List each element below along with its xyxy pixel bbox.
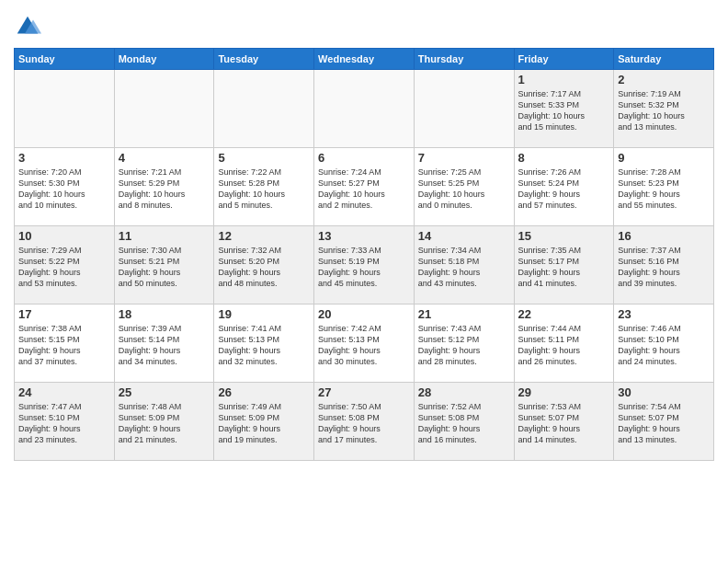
day-info: Sunrise: 7:54 AM Sunset: 5:07 PM Dayligh… xyxy=(618,401,710,446)
day-cell: 25Sunrise: 7:48 AM Sunset: 5:09 PM Dayli… xyxy=(114,383,214,461)
week-row-1: 3Sunrise: 7:20 AM Sunset: 5:30 PM Daylig… xyxy=(15,148,714,226)
day-info: Sunrise: 7:41 AM Sunset: 5:13 PM Dayligh… xyxy=(218,323,310,368)
day-info: Sunrise: 7:25 AM Sunset: 5:25 PM Dayligh… xyxy=(418,167,510,212)
weekday-header-sunday: Sunday xyxy=(15,49,115,70)
week-row-0: 1Sunrise: 7:17 AM Sunset: 5:33 PM Daylig… xyxy=(15,70,714,148)
day-number: 15 xyxy=(518,229,610,243)
day-info: Sunrise: 7:29 AM Sunset: 5:22 PM Dayligh… xyxy=(18,245,110,290)
day-info: Sunrise: 7:26 AM Sunset: 5:24 PM Dayligh… xyxy=(518,167,610,212)
day-info: Sunrise: 7:47 AM Sunset: 5:10 PM Dayligh… xyxy=(18,401,110,446)
day-cell: 9Sunrise: 7:28 AM Sunset: 5:23 PM Daylig… xyxy=(614,148,714,226)
day-number: 11 xyxy=(119,229,210,243)
day-info: Sunrise: 7:44 AM Sunset: 5:11 PM Dayligh… xyxy=(518,323,610,368)
day-cell: 13Sunrise: 7:33 AM Sunset: 5:19 PM Dayli… xyxy=(314,226,415,304)
day-number: 13 xyxy=(318,229,410,243)
day-number: 25 xyxy=(119,385,210,399)
day-number: 3 xyxy=(18,151,110,165)
day-cell: 3Sunrise: 7:20 AM Sunset: 5:30 PM Daylig… xyxy=(15,148,115,226)
day-number: 10 xyxy=(18,229,110,243)
day-cell: 26Sunrise: 7:49 AM Sunset: 5:09 PM Dayli… xyxy=(214,383,314,461)
day-info: Sunrise: 7:48 AM Sunset: 5:09 PM Dayligh… xyxy=(119,401,210,446)
day-cell: 28Sunrise: 7:52 AM Sunset: 5:08 PM Dayli… xyxy=(414,383,514,461)
weekday-header-monday: Monday xyxy=(114,49,214,70)
day-info: Sunrise: 7:39 AM Sunset: 5:14 PM Dayligh… xyxy=(119,323,210,368)
day-number: 26 xyxy=(218,385,310,399)
weekday-header-wednesday: Wednesday xyxy=(314,49,415,70)
header-area xyxy=(14,9,714,40)
day-cell: 5Sunrise: 7:22 AM Sunset: 5:28 PM Daylig… xyxy=(214,148,314,226)
weekday-header-friday: Friday xyxy=(514,49,614,70)
day-info: Sunrise: 7:28 AM Sunset: 5:23 PM Dayligh… xyxy=(618,167,710,212)
weekday-header-saturday: Saturday xyxy=(614,49,714,70)
day-info: Sunrise: 7:24 AM Sunset: 5:27 PM Dayligh… xyxy=(318,167,410,212)
day-info: Sunrise: 7:34 AM Sunset: 5:18 PM Dayligh… xyxy=(418,245,510,290)
day-number: 28 xyxy=(418,385,510,399)
day-cell: 19Sunrise: 7:41 AM Sunset: 5:13 PM Dayli… xyxy=(214,304,314,383)
day-number: 16 xyxy=(618,229,710,243)
day-number: 1 xyxy=(518,73,610,86)
day-cell: 1Sunrise: 7:17 AM Sunset: 5:33 PM Daylig… xyxy=(514,70,614,148)
day-cell: 15Sunrise: 7:35 AM Sunset: 5:17 PM Dayli… xyxy=(514,226,614,304)
day-cell: 2Sunrise: 7:19 AM Sunset: 5:32 PM Daylig… xyxy=(614,70,714,148)
day-info: Sunrise: 7:30 AM Sunset: 5:21 PM Dayligh… xyxy=(119,245,210,290)
day-cell xyxy=(214,70,314,148)
day-number: 2 xyxy=(618,73,710,86)
day-cell: 10Sunrise: 7:29 AM Sunset: 5:22 PM Dayli… xyxy=(15,226,115,304)
calendar-body: 1Sunrise: 7:17 AM Sunset: 5:33 PM Daylig… xyxy=(15,70,714,461)
day-number: 19 xyxy=(218,307,310,321)
logo xyxy=(14,13,45,40)
day-info: Sunrise: 7:35 AM Sunset: 5:17 PM Dayligh… xyxy=(518,245,610,290)
day-number: 18 xyxy=(119,307,210,321)
day-info: Sunrise: 7:50 AM Sunset: 5:08 PM Dayligh… xyxy=(318,401,410,446)
calendar-header: SundayMondayTuesdayWednesdayThursdayFrid… xyxy=(15,49,714,70)
day-cell: 11Sunrise: 7:30 AM Sunset: 5:21 PM Dayli… xyxy=(114,226,214,304)
day-cell xyxy=(314,70,415,148)
day-number: 22 xyxy=(518,307,610,321)
day-cell: 4Sunrise: 7:21 AM Sunset: 5:29 PM Daylig… xyxy=(114,148,214,226)
day-number: 14 xyxy=(418,229,510,243)
week-row-3: 17Sunrise: 7:38 AM Sunset: 5:15 PM Dayli… xyxy=(15,304,714,383)
day-number: 20 xyxy=(318,307,410,321)
day-cell: 17Sunrise: 7:38 AM Sunset: 5:15 PM Dayli… xyxy=(15,304,115,383)
day-info: Sunrise: 7:53 AM Sunset: 5:07 PM Dayligh… xyxy=(518,401,610,446)
day-cell xyxy=(114,70,214,148)
day-number: 8 xyxy=(518,151,610,165)
day-number: 5 xyxy=(218,151,310,165)
day-number: 9 xyxy=(618,151,710,165)
day-number: 12 xyxy=(218,229,310,243)
day-cell: 24Sunrise: 7:47 AM Sunset: 5:10 PM Dayli… xyxy=(15,383,115,461)
day-cell xyxy=(15,70,115,148)
day-cell: 18Sunrise: 7:39 AM Sunset: 5:14 PM Dayli… xyxy=(114,304,214,383)
day-number: 27 xyxy=(318,385,410,399)
week-row-4: 24Sunrise: 7:47 AM Sunset: 5:10 PM Dayli… xyxy=(15,383,714,461)
day-number: 30 xyxy=(618,385,710,399)
day-info: Sunrise: 7:22 AM Sunset: 5:28 PM Dayligh… xyxy=(218,167,310,212)
day-cell: 7Sunrise: 7:25 AM Sunset: 5:25 PM Daylig… xyxy=(414,148,514,226)
day-cell: 20Sunrise: 7:42 AM Sunset: 5:13 PM Dayli… xyxy=(314,304,415,383)
day-cell: 22Sunrise: 7:44 AM Sunset: 5:11 PM Dayli… xyxy=(514,304,614,383)
day-number: 21 xyxy=(418,307,510,321)
weekday-header-tuesday: Tuesday xyxy=(214,49,314,70)
day-info: Sunrise: 7:38 AM Sunset: 5:15 PM Dayligh… xyxy=(18,323,110,368)
day-info: Sunrise: 7:19 AM Sunset: 5:32 PM Dayligh… xyxy=(618,88,710,133)
day-number: 6 xyxy=(318,151,410,165)
day-info: Sunrise: 7:37 AM Sunset: 5:16 PM Dayligh… xyxy=(618,245,710,290)
logo-icon xyxy=(14,13,41,40)
day-number: 17 xyxy=(18,307,110,321)
day-number: 4 xyxy=(119,151,210,165)
day-number: 24 xyxy=(18,385,110,399)
day-cell: 23Sunrise: 7:46 AM Sunset: 5:10 PM Dayli… xyxy=(614,304,714,383)
day-cell: 12Sunrise: 7:32 AM Sunset: 5:20 PM Dayli… xyxy=(214,226,314,304)
day-cell: 6Sunrise: 7:24 AM Sunset: 5:27 PM Daylig… xyxy=(314,148,415,226)
day-info: Sunrise: 7:42 AM Sunset: 5:13 PM Dayligh… xyxy=(318,323,410,368)
day-number: 29 xyxy=(518,385,610,399)
day-cell: 14Sunrise: 7:34 AM Sunset: 5:18 PM Dayli… xyxy=(414,226,514,304)
day-number: 7 xyxy=(418,151,510,165)
day-info: Sunrise: 7:46 AM Sunset: 5:10 PM Dayligh… xyxy=(618,323,710,368)
day-info: Sunrise: 7:17 AM Sunset: 5:33 PM Dayligh… xyxy=(518,88,610,133)
day-info: Sunrise: 7:20 AM Sunset: 5:30 PM Dayligh… xyxy=(18,167,110,212)
day-info: Sunrise: 7:49 AM Sunset: 5:09 PM Dayligh… xyxy=(218,401,310,446)
day-cell: 29Sunrise: 7:53 AM Sunset: 5:07 PM Dayli… xyxy=(514,383,614,461)
day-info: Sunrise: 7:33 AM Sunset: 5:19 PM Dayligh… xyxy=(318,245,410,290)
day-number: 23 xyxy=(618,307,710,321)
